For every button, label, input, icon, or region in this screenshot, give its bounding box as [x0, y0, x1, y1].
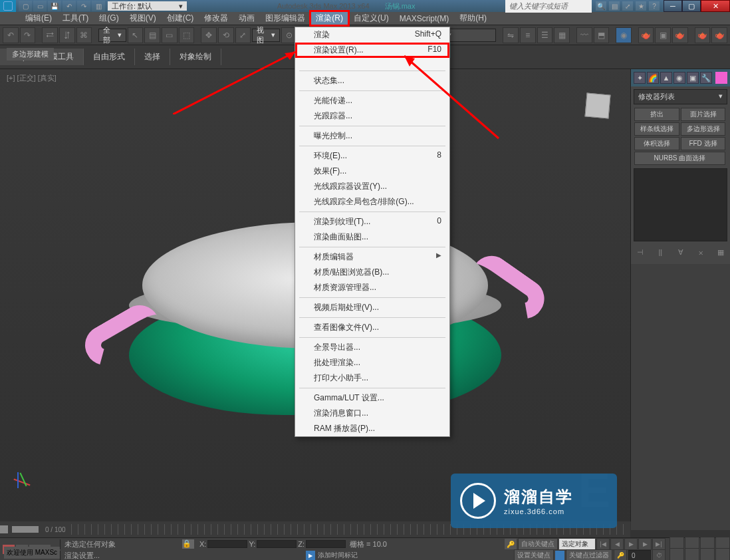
viewcube[interactable] [581, 89, 614, 122]
time-config-button[interactable]: ⏱ [652, 549, 666, 560]
favorites-icon[interactable]: ★ [636, 1, 646, 11]
menu-create[interactable]: 创建(C) [162, 11, 199, 25]
ribbon-tab-selection[interactable]: 选择 [135, 49, 170, 65]
ribbon-tab-freeform[interactable]: 自由形式 [84, 49, 135, 65]
dd-panorama[interactable]: 全景导出器... [295, 340, 449, 355]
menu-modifiers[interactable]: 修改器 [199, 11, 233, 25]
menu-graph-editors[interactable]: 图形编辑器 [260, 11, 310, 25]
dd-effects[interactable]: 效果(F)... [295, 164, 449, 179]
create-tab-icon[interactable]: ✦ [634, 72, 646, 84]
workspace-dropdown[interactable]: 工作台: 默认▾ [108, 1, 187, 11]
key-filters-button[interactable]: 关键点过滤器 [566, 549, 612, 560]
menu-tools[interactable]: 工具(T) [57, 11, 94, 25]
viewport-label[interactable]: [+] [正交] [真实] [7, 73, 57, 83]
fov-icon[interactable] [669, 548, 684, 560]
activeshade-button[interactable]: 🫖 [711, 27, 727, 43]
new-icon[interactable]: ▢ [19, 1, 32, 11]
dd-video-post[interactable]: 视频后期处理(V)... [295, 300, 449, 315]
object-color-swatch[interactable] [715, 72, 727, 84]
align-button[interactable]: ≡ [520, 27, 536, 43]
select-name-button[interactable]: ▤ [144, 27, 160, 43]
scale-button[interactable]: ⤢ [235, 27, 251, 43]
dd-material-browser[interactable]: 材质/贴图浏览器(B)... [295, 265, 449, 280]
lock-selection-icon[interactable]: 🔒 [182, 539, 194, 549]
dd-environment[interactable]: 环境(E)...8 [295, 148, 449, 164]
motion-tab-icon[interactable]: ◉ [673, 72, 685, 84]
dd-render[interactable]: 渲染Shift+Q [295, 27, 449, 43]
menu-rendering[interactable]: 渲染(R) [310, 11, 348, 25]
time-slider[interactable] [12, 526, 39, 533]
dd-batch-render[interactable]: 批处理渲染... [295, 355, 449, 370]
utilities-tab-icon[interactable]: 🔧 [700, 72, 712, 84]
set-key-button[interactable]: 设置关键点 [514, 549, 554, 560]
orbit-icon[interactable] [700, 548, 715, 560]
dd-render-msg[interactable]: 渲染消息窗口... [295, 406, 449, 421]
link-button[interactable]: ⮂ [42, 27, 58, 43]
menu-group[interactable]: 组(G) [94, 11, 124, 25]
script-listener-icon[interactable]: ▶ [306, 551, 315, 560]
dd-render-to-texture[interactable]: 渲染到纹理(T)...0 [295, 214, 449, 229]
mod-btn-polysel[interactable]: 多边形选择 [681, 122, 726, 136]
dd-material-editor[interactable]: 材质编辑器▶ [295, 249, 449, 265]
dd-ram-player[interactable]: RAM 播放器(P)... [295, 421, 449, 436]
mod-btn-volsel[interactable]: 体积选择 [634, 137, 679, 150]
show-endresult-icon[interactable]: || [655, 247, 666, 257]
remove-modifier-icon[interactable]: ⨉ [695, 247, 706, 257]
schematic-view-button[interactable]: ⬒ [594, 27, 610, 43]
selection-filter-dropdown[interactable]: 全部 ▾ [98, 29, 126, 42]
dd-gamma[interactable]: Gamma/LUT 设置... [295, 390, 449, 406]
dd-light-tracer[interactable]: 光跟踪器... [295, 108, 449, 124]
redo-icon[interactable]: ↷ [77, 1, 90, 11]
time-tag-label[interactable]: 添加时间标记 [318, 551, 358, 560]
rotate-button[interactable]: ⟲ [218, 27, 234, 43]
mod-btn-nurbs[interactable]: NURBS 曲面选择 [634, 152, 725, 165]
menu-maxscript[interactable]: MAXScript(M) [394, 13, 455, 25]
timeline-toggle-icon[interactable] [0, 525, 8, 533]
move-button[interactable]: ✥ [201, 27, 217, 43]
modifier-list-dropdown[interactable]: 修改器列表▾ [634, 89, 727, 104]
layer-button[interactable]: ☰ [537, 27, 553, 43]
configure-sets-icon[interactable]: ▦ [715, 247, 726, 257]
dd-state-sets[interactable]: 状态集... [295, 73, 449, 88]
dd-radiosity[interactable]: 光能传递... [295, 93, 449, 108]
curve-editor-button[interactable]: 〰 [576, 27, 592, 43]
dd-render-surface[interactable]: 渲染曲面贴图... [295, 229, 449, 245]
dd-raytrace-settings[interactable]: 光线跟踪器设置(Y)... [295, 179, 449, 194]
pan-icon[interactable] [685, 548, 699, 560]
pin-stack-icon[interactable]: ⊣ [635, 247, 646, 257]
mod-btn-splinesel[interactable]: 样条线选择 [634, 122, 679, 136]
dd-raytrace-global[interactable]: 光线跟踪全局包含/排除(G)... [295, 194, 449, 210]
graphite-toggle-button[interactable]: ▦ [554, 27, 570, 43]
render-setup-button[interactable]: 🫖 [638, 27, 654, 43]
close-button[interactable]: ✕ [701, 0, 730, 12]
z-coord-input[interactable] [306, 540, 346, 548]
menu-views[interactable]: 视图(V) [124, 11, 162, 25]
dd-view-image[interactable]: 查看图像文件(V)... [295, 320, 449, 335]
help-search-input[interactable]: 键入关键字或短语 [505, 0, 592, 13]
hierarchy-tab-icon[interactable]: ▲ [660, 72, 672, 84]
menu-edit[interactable]: 编辑(E) [20, 11, 57, 25]
dd-rendered-frame[interactable]: 渲染帧窗口(W)... [295, 58, 449, 69]
make-unique-icon[interactable]: ∀ [675, 247, 686, 257]
dd-render-setup[interactable]: 渲染设置(R)...F10 [295, 43, 449, 58]
x-coord-input[interactable] [207, 540, 247, 548]
modifier-stack[interactable] [634, 168, 727, 241]
ref-coord-dropdown[interactable]: 视图 ▾ [252, 29, 280, 42]
redo-button[interactable]: ↷ [20, 27, 36, 43]
open-icon[interactable]: ▭ [33, 1, 47, 11]
key-mode-icon[interactable] [555, 551, 564, 560]
undo-button[interactable]: ↶ [3, 27, 19, 43]
maximize-button[interactable]: ▢ [682, 0, 701, 12]
select-object-button[interactable]: ↖ [128, 27, 144, 43]
display-tab-icon[interactable]: ▣ [687, 72, 699, 84]
material-editor-button[interactable]: ◉ [616, 27, 632, 43]
select-region-button[interactable]: ▭ [162, 27, 178, 43]
y-coord-input[interactable] [257, 540, 297, 548]
key-mode-toggle[interactable]: 🔑 [614, 549, 627, 560]
mod-btn-facesel[interactable]: 面片选择 [681, 108, 726, 121]
exchange-icon[interactable]: ⤢ [622, 1, 633, 11]
mod-btn-extrude[interactable]: 挤出 [634, 108, 679, 121]
subscription-icon[interactable]: ▤ [609, 1, 620, 11]
help-icon[interactable]: ? [649, 1, 660, 11]
unlink-button[interactable]: ⮃ [59, 27, 75, 43]
